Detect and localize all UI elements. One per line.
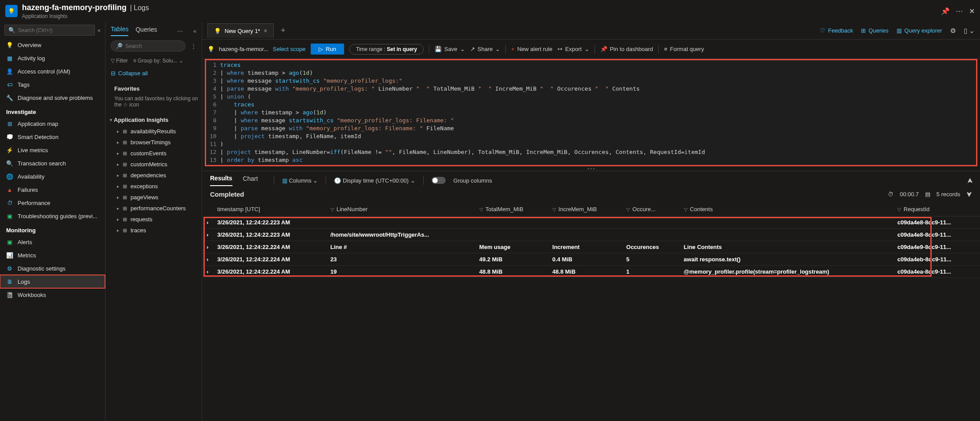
nav-transaction-search[interactable]: 🔍Transaction search	[0, 157, 105, 170]
sidebar-search[interactable]: 🔍	[4, 25, 95, 36]
more-icon[interactable]: ⋯	[177, 28, 183, 34]
tree-group-appinsights[interactable]: ▾Application Insights	[105, 114, 202, 126]
search-more-icon[interactable]: ⋮	[191, 43, 202, 49]
code-area[interactable]: traces | where timestamp > ago(1d) | whe…	[220, 61, 976, 164]
tree-item-performanceCounters[interactable]: ▸▦performanceCounters	[105, 203, 202, 214]
more-icon[interactable]: ⋯	[956, 7, 963, 15]
tree-item-availabilityResults[interactable]: ▸▦availabilityResults	[105, 126, 202, 137]
expand-icon[interactable]: ⮟	[966, 191, 972, 198]
time-range-select[interactable]: Time range : Set in query	[349, 44, 424, 55]
nav-availability[interactable]: 🌐Availability	[0, 170, 105, 183]
filter-icon[interactable]: ▽	[479, 207, 483, 212]
chart-tab[interactable]: Chart	[243, 175, 258, 186]
chevron-right-icon: ▸	[117, 173, 119, 178]
filter-icon[interactable]: ▽	[552, 207, 556, 212]
nav-performance[interactable]: ⏱Performance	[0, 196, 105, 209]
select-scope-link[interactable]: Select scope	[273, 46, 305, 52]
tree-item-traces[interactable]: ▸▦traces	[105, 225, 202, 236]
results-tab[interactable]: Results	[210, 175, 232, 186]
tree-item-customMetrics[interactable]: ▸▦customMetrics	[105, 159, 202, 170]
nav-appmap[interactable]: ⊞Application map	[0, 117, 105, 130]
columns-button[interactable]: ▥ Columns ⌄	[282, 177, 318, 184]
table-row[interactable]: ›3/26/2021, 12:24:22.224 AM2349.2 MiB0.4…	[202, 253, 980, 266]
display-time-button[interactable]: 🕐 Display time (UTC+00:00) ⌄	[334, 177, 415, 184]
format-query-button[interactable]: ≡Format query	[664, 46, 704, 52]
table-row[interactable]: ›3/26/2021, 12:24:22.224 AMLine #Mem usa…	[202, 241, 980, 253]
filter-button[interactable]: ▽ Filter	[111, 58, 128, 64]
tree-item-pageViews[interactable]: ▸▦pageViews	[105, 192, 202, 203]
feedback-button[interactable]: ♡Feedback	[820, 27, 853, 34]
close-tab-icon[interactable]: ×	[264, 27, 267, 34]
col-linenumber[interactable]: ▽LineNumber	[326, 202, 475, 216]
table-row[interactable]: ›3/26/2021, 12:24:22.223 AM/home/site/ww…	[202, 229, 980, 241]
collapse-all-button[interactable]: ⊟Collapse all	[105, 66, 202, 81]
save-button[interactable]: 💾Save ⌄	[435, 46, 465, 52]
share-button[interactable]: ↗Share ⌄	[470, 46, 501, 52]
nav-iam[interactable]: 👤Access control (IAM)	[0, 65, 105, 78]
col-requestid[interactable]: ▽RequestId	[893, 202, 980, 216]
query-editor[interactable]: 12345678910111213 traces | where timesta…	[206, 60, 976, 165]
tree-item-dependencies[interactable]: ▸▦dependencies	[105, 170, 202, 181]
filter-icon[interactable]: ▽	[626, 207, 630, 212]
nav-smart-detection[interactable]: 💭Smart Detection	[0, 130, 105, 143]
filter-icon[interactable]: ▽	[330, 207, 334, 212]
col-incremem[interactable]: ▽IncreMem_MiB	[548, 202, 622, 216]
nav-troubleshooting[interactable]: ▣Troubleshooting guides (previ...	[0, 209, 105, 223]
nav-diagnose[interactable]: 🔧Diagnose and solve problems	[0, 91, 105, 104]
nav-label: Availability	[18, 173, 44, 180]
resize-handle[interactable]: • • •	[202, 166, 980, 171]
table-row[interactable]: ›3/26/2021, 12:24:22.223 AMc09da4e8-8dc9…	[202, 216, 980, 229]
tables-search-input[interactable]	[125, 43, 181, 49]
nav-label: Application map	[18, 121, 58, 127]
tab-queries[interactable]: Queries	[135, 26, 157, 36]
filter-icon[interactable]: ▽	[897, 207, 901, 212]
tab-tables[interactable]: Tables	[111, 26, 128, 36]
expand-row-icon[interactable]: ›	[202, 216, 213, 229]
collapse-mid-icon[interactable]: «	[193, 28, 196, 34]
nav-tags[interactable]: 🏷Tags	[0, 78, 105, 91]
table-row[interactable]: ›3/26/2021, 12:24:22.224 AM1948.8 MiB48.…	[202, 266, 980, 278]
tree-item-browserTimings[interactable]: ▸▦browserTimings	[105, 137, 202, 148]
close-icon[interactable]: ✕	[969, 7, 975, 15]
export-button[interactable]: ↦Export ⌄	[558, 46, 589, 52]
settings-icon[interactable]: ⚙	[950, 27, 956, 35]
nav-logs[interactable]: 🗎Logs	[0, 275, 105, 288]
col-contents[interactable]: ▽Contents	[679, 202, 893, 216]
col-label: IncreMem_MiB	[559, 206, 597, 212]
groupby-button[interactable]: ≡ Group by: Solu... ⌄	[133, 58, 183, 64]
expand-row-icon[interactable]: ›	[202, 266, 213, 278]
tree-item-requests[interactable]: ▸▦requests	[105, 214, 202, 225]
add-tab-button[interactable]: +	[277, 26, 289, 35]
pin-icon[interactable]: 📌	[941, 7, 950, 15]
col-timestamp[interactable]: timestamp [UTC]	[213, 202, 326, 216]
collapse-sidebar-icon[interactable]: «	[98, 27, 101, 33]
tables-search[interactable]: 🔎	[111, 40, 185, 51]
col-occurences[interactable]: ▽Occure...	[622, 202, 679, 216]
nav-workbooks[interactable]: 📓Workbooks	[0, 288, 105, 301]
nav-live-metrics[interactable]: ⚡Live metrics	[0, 143, 105, 157]
nav-diagnostic-settings[interactable]: ⚙Diagnostic settings	[0, 262, 105, 275]
nav-activity-log[interactable]: ▦Activity log	[0, 51, 105, 65]
nav-overview[interactable]: 💡Overview	[0, 38, 105, 51]
run-button[interactable]: ▷Run	[311, 44, 344, 55]
tree-item-exceptions[interactable]: ▸▦exceptions	[105, 181, 202, 192]
panel-icon[interactable]: ▯ ⌄	[964, 27, 975, 35]
expand-row-icon[interactable]: ›	[202, 241, 213, 253]
new-alert-button[interactable]: +New alert rule	[511, 46, 552, 52]
group-columns-toggle[interactable]	[432, 177, 446, 184]
col-totalmem[interactable]: ▽TotalMem_MiB	[475, 202, 548, 216]
nav-metrics[interactable]: 📊Metrics	[0, 249, 105, 262]
scroll-top-icon[interactable]: ⮝	[967, 177, 973, 184]
query-explorer-button[interactable]: ▥Query explorer	[897, 27, 942, 34]
nav-alerts[interactable]: ▣Alerts	[0, 235, 105, 249]
filter-icon[interactable]: ▽	[684, 207, 687, 212]
tree-item-label: traces	[131, 227, 146, 234]
query-tab-1[interactable]: 💡 New Query 1* ×	[207, 23, 274, 38]
pin-dashboard-button[interactable]: 📌Pin to dashboard	[600, 46, 653, 52]
queries-button[interactable]: ⊞Queries	[861, 27, 889, 34]
nav-failures[interactable]: ▲Failures	[0, 183, 105, 196]
tree-item-customEvents[interactable]: ▸▦customEvents	[105, 148, 202, 159]
sidebar-search-input[interactable]	[18, 27, 91, 33]
expand-row-icon[interactable]: ›	[202, 229, 213, 241]
expand-row-icon[interactable]: ›	[202, 253, 213, 266]
